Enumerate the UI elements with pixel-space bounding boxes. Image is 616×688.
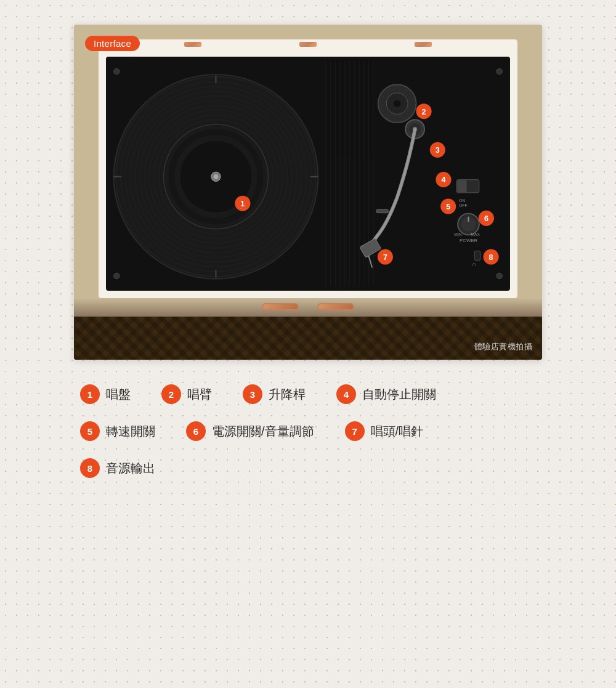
legend-badge-3: 3	[243, 384, 262, 404]
hinge-middle	[299, 42, 317, 47]
svg-rect-47	[457, 180, 466, 192]
svg-text:∩: ∩	[472, 261, 476, 267]
svg-text:3: 3	[436, 146, 440, 155]
svg-text:6: 6	[484, 214, 488, 223]
legend-text-1: 唱盤	[106, 386, 131, 403]
svg-rect-45	[376, 209, 388, 213]
svg-text:MAX: MAX	[471, 232, 480, 237]
legend-item-3: 3 升降桿	[243, 384, 306, 404]
interface-badge: Interface	[85, 36, 140, 51]
legend-text-5: 轉速開關	[106, 423, 155, 440]
photo-caption: 體驗店實機拍攝	[474, 341, 533, 352]
legend-badge-4: 4	[336, 384, 356, 404]
svg-text:1: 1	[240, 200, 245, 208]
legend-text-6: 電源開關/音量調節	[212, 423, 314, 440]
legend-text-3: 升降桿	[269, 386, 306, 403]
photo-bottom: 體驗店實機拍攝	[74, 298, 542, 360]
legend-item-4: 4 自動停止開關	[336, 384, 436, 404]
product-photo-container: Interface	[74, 25, 542, 360]
legend-item-2: 2 唱臂	[161, 384, 212, 404]
legend-badge-6: 6	[186, 421, 206, 441]
turntable-svg: ON OFF MIN MAX POWER ∩	[106, 57, 510, 291]
legend-row-2: 5 轉速開關 6 電源開關/音量調節 7 唱頭/唱針	[80, 421, 536, 441]
svg-text:4: 4	[441, 176, 445, 184]
turntable-case-inner: ON OFF MIN MAX POWER ∩	[106, 57, 510, 291]
legend-text-4: 自動停止開關	[362, 386, 436, 403]
svg-text:2: 2	[422, 108, 426, 116]
legend-item-1: 1 唱盤	[80, 384, 131, 404]
svg-text:POWER: POWER	[460, 238, 478, 243]
svg-point-12	[114, 68, 120, 75]
svg-point-13	[496, 68, 503, 75]
turntable-case-outer: ON OFF MIN MAX POWER ∩	[99, 49, 517, 298]
legend-item-8: 8 音源輸出	[80, 458, 155, 478]
svg-text:OFF: OFF	[459, 203, 468, 208]
legend-item-7: 7 唱頭/唱針	[345, 421, 424, 441]
handle-right	[317, 303, 354, 310]
legend-text-7: 唱頭/唱針	[371, 423, 424, 440]
legend-item-5: 5 轉速開關	[80, 421, 155, 441]
svg-text:8: 8	[489, 253, 493, 262]
legend-badge-7: 7	[345, 421, 365, 441]
handle-left	[262, 303, 299, 310]
legend-badge-5: 5	[80, 421, 100, 441]
legend-text-8: 音源輸出	[106, 460, 155, 477]
legend-section: 1 唱盤 2 唱臂 3 升降桿 4 自動停止開關 5 轉速開關 6	[74, 384, 542, 495]
legend-text-2: 唱臂	[187, 386, 212, 403]
svg-rect-56	[474, 251, 480, 260]
svg-text:ON: ON	[459, 198, 465, 203]
legend-row-3: 8 音源輸出	[80, 458, 536, 478]
svg-text:MIN: MIN	[454, 232, 461, 237]
legend-badge-2: 2	[161, 384, 181, 404]
svg-text:5: 5	[446, 203, 450, 211]
legend-badge-1: 1	[80, 384, 100, 404]
svg-point-14	[114, 273, 120, 279]
hinge-left	[184, 42, 201, 47]
svg-point-15	[496, 273, 503, 279]
legend-row-1: 1 唱盤 2 唱臂 3 升降桿 4 自動停止開關	[80, 384, 536, 404]
svg-text:7: 7	[383, 253, 387, 262]
page-wrapper: Interface	[0, 0, 616, 688]
hinge-right	[415, 42, 432, 47]
legend-item-6: 6 電源開關/音量調節	[186, 421, 314, 441]
svg-point-39	[394, 100, 401, 107]
legend-badge-8: 8	[80, 458, 100, 478]
svg-point-32	[214, 174, 219, 179]
